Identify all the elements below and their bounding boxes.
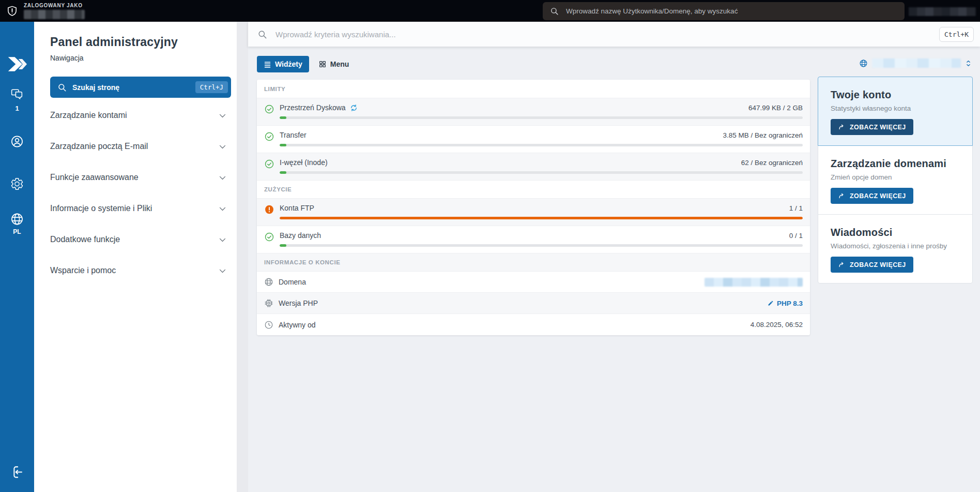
messages-icon[interactable] <box>10 87 24 103</box>
limit-row-inode: I-węzeł (Inode) 62 / Bez ograniczeń <box>257 153 810 181</box>
settings-gear-icon[interactable] <box>10 177 24 193</box>
usage-row-databases: Bazy danych 0 / 1 <box>257 226 810 254</box>
arrow-curve-icon <box>838 123 846 131</box>
domain-selector[interactable] <box>818 56 973 70</box>
topbar: ZALOGOWANY JAKO <box>0 0 980 22</box>
nav-item-support[interactable]: Wsparcie i pomoc <box>50 255 231 286</box>
see-more-button[interactable]: ZOBACZ WIĘCEJ <box>831 119 913 135</box>
nav-item-label: Funkcje zaawansowane <box>50 173 139 182</box>
page-subtitle: Nawigacja <box>50 54 237 62</box>
logout-icon[interactable] <box>10 465 24 481</box>
cpu-chip-icon <box>264 299 273 308</box>
limit-row-transfer: Transfer 3.85 MB / Bez ograniczeń <box>257 126 810 153</box>
check-circle-icon <box>264 159 274 169</box>
app-logo[interactable] <box>7 54 27 77</box>
limit-label: I-węzeł (Inode) <box>280 158 328 167</box>
account-row-domain: Domena <box>257 272 810 293</box>
search-icon <box>257 29 267 39</box>
pencil-icon <box>768 300 774 306</box>
see-more-button[interactable]: ZOBACZ WIĘCEJ <box>831 188 913 204</box>
check-circle-icon <box>264 131 274 142</box>
php-version-value: PHP 8.3 <box>777 300 803 307</box>
tab-label: Menu <box>330 60 349 68</box>
scrollbar[interactable] <box>237 22 248 492</box>
nav-items: Zarządzanie kontami Zarządzanie pocztą E… <box>50 100 231 286</box>
limit-value: 62 / Bez ograniczeń <box>741 159 803 167</box>
refresh-icon[interactable] <box>350 104 358 112</box>
nav-item-label: Wsparcie i pomoc <box>50 266 116 275</box>
limit-value: 647.99 KB / 2 GB <box>748 104 803 112</box>
tab-label: Widżety <box>275 60 302 68</box>
globe-icon <box>264 277 273 287</box>
nav-search-shortcut: Ctrl+J <box>195 81 228 93</box>
user-account-icon[interactable] <box>10 135 24 151</box>
usage-label: Bazy danych <box>280 231 321 240</box>
chevron-down-icon <box>218 142 227 151</box>
topbar-redacted-block <box>909 7 976 16</box>
card-subtitle: Wiadomości, zgłoszenia i inne prośby <box>831 242 960 250</box>
page-title: Panel administracyjny <box>50 35 237 49</box>
progress-bar <box>280 244 803 247</box>
username-redacted <box>24 10 85 19</box>
tab-widgets[interactable]: Widżety <box>257 56 309 72</box>
tab-menu[interactable]: Menu <box>318 56 349 72</box>
nav-search-button[interactable]: Szukaj stronę Ctrl+J <box>50 77 231 98</box>
language-label: PL <box>13 228 21 235</box>
usage-row-ftp: Konta FTP 1 / 1 <box>257 199 810 226</box>
usage-value: 1 / 1 <box>789 204 803 212</box>
nav-item-label: Dodatkowe funkcje <box>50 235 120 244</box>
check-circle-icon <box>264 232 274 242</box>
nav-item-system-files[interactable]: Informacje o systemie i Pliki <box>50 193 231 224</box>
check-circle-icon <box>264 104 274 114</box>
messages-count-badge: 1 <box>15 105 19 112</box>
section-header-limits: LIMITY <box>257 80 810 98</box>
card-your-account: Twoje konto Statystyki własnego konta ZO… <box>818 77 973 146</box>
user-domain-search[interactable] <box>543 2 905 20</box>
main-search-bar[interactable]: Ctrl+K <box>248 22 980 47</box>
progress-bar <box>280 116 803 119</box>
card-title: Zarządzanie domenami <box>831 158 960 170</box>
account-value: 4.08.2025, 06:52 <box>751 321 803 329</box>
limit-value: 3.85 MB / Bez ograniczeń <box>723 131 803 139</box>
card-subtitle: Statystyki własnego konta <box>831 105 960 112</box>
icon-sidebar: 1 PL <box>0 22 34 492</box>
see-more-label: ZOBACZ WIĘCEJ <box>850 124 906 131</box>
globe-icon <box>859 59 868 68</box>
user-domain-search-input[interactable] <box>565 7 897 16</box>
language-globe-icon[interactable] <box>10 212 24 228</box>
main-search-shortcut: Ctrl+K <box>939 27 974 42</box>
card-domain-management: Zarządzanie domenami Zmień opcje domen Z… <box>818 145 973 215</box>
see-more-button[interactable]: ZOBACZ WIĘCEJ <box>831 257 913 273</box>
account-label: Domena <box>279 278 306 286</box>
php-version-edit[interactable]: PHP 8.3 <box>768 300 803 307</box>
account-row-active-since: Aktywny od 4.08.2025, 06:52 <box>257 314 810 335</box>
nav-item-label: Zarządzanie kontami <box>50 111 127 120</box>
clock-icon <box>264 320 273 330</box>
card-title: Wiadomości <box>831 227 960 238</box>
nav-search-label: Szukaj stronę <box>72 83 190 92</box>
account-label: Aktywny od <box>279 321 316 329</box>
usage-label: Konta FTP <box>280 204 314 212</box>
progress-bar <box>280 144 803 146</box>
search-icon <box>550 7 559 16</box>
limit-label: Przestrzeń Dyskowa <box>280 103 346 112</box>
nav-item-email[interactable]: Zarządzanie pocztą E-mail <box>50 131 231 162</box>
chevron-down-icon <box>218 235 227 244</box>
see-more-label: ZOBACZ WIĘCEJ <box>850 261 906 269</box>
section-header-account: INFORMACJE O KONCIE <box>257 253 810 272</box>
selected-domain-redacted <box>872 58 961 68</box>
see-more-label: ZOBACZ WIĘCEJ <box>850 192 906 200</box>
chevron-down-icon <box>218 204 227 213</box>
account-label: Wersja PHP <box>279 299 318 307</box>
nav-item-accounts[interactable]: Zarządzanie kontami <box>50 100 231 131</box>
warning-circle-icon <box>264 204 274 215</box>
arrow-curve-icon <box>838 261 846 269</box>
main-search-input[interactable] <box>274 29 932 39</box>
limit-label: Transfer <box>280 131 307 139</box>
grid-icon <box>318 60 327 68</box>
progress-bar <box>280 171 803 174</box>
limit-row-disk: Przestrzeń Dyskowa 647.99 KB / 2 GB <box>257 98 810 126</box>
progress-bar <box>280 217 803 219</box>
nav-item-advanced[interactable]: Funkcje zaawansowane <box>50 162 231 193</box>
nav-item-extra[interactable]: Dodatkowe funkcje <box>50 224 231 255</box>
